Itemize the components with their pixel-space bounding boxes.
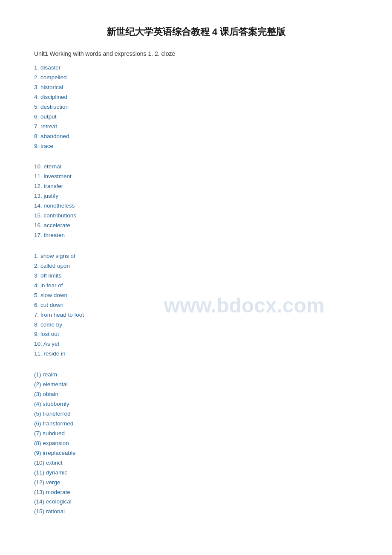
list-item: (8) expansion — [34, 439, 358, 448]
list-item: (11) dynamic — [34, 468, 358, 478]
list-item: 10. As yet — [34, 339, 358, 349]
list-item: (14) ecological — [34, 497, 358, 507]
list-item: (12) verge — [34, 478, 358, 488]
list-item: 15. contributions — [34, 211, 358, 221]
list-item: (9) irreplaceable — [34, 448, 358, 458]
list-item: (5) transferred — [34, 409, 358, 419]
list-item: (15) rational — [34, 507, 358, 517]
subtitle: Unit1 Working with words and expressions… — [34, 50, 358, 57]
list-item: (13) moderate — [34, 488, 358, 497]
section3: 1. show signs of2. called upon3. off lim… — [34, 251, 358, 359]
list-item: 1. show signs of — [34, 251, 358, 261]
list-item: 12. transfer — [34, 182, 358, 191]
list-item: 9. lost out — [34, 330, 358, 339]
list-item: (6) transformed — [34, 419, 358, 429]
list-item: 3. historical — [34, 83, 358, 92]
section4: (1) realm(2) elemental(3) obtain(4) stub… — [34, 370, 358, 517]
list-item: (7) subdued — [34, 429, 358, 439]
list-item: 14. nonetheless — [34, 201, 358, 211]
list-item: 1. disaster — [34, 63, 358, 73]
list-item: 10. eternal — [34, 162, 358, 172]
list-item: 7. from head to foot — [34, 310, 358, 320]
list-item: 5. destruction — [34, 102, 358, 112]
list-item: 8. abandoned — [34, 132, 358, 142]
list-item: 6. output — [34, 112, 358, 122]
list-item: 2. called upon — [34, 261, 358, 271]
list-item: 2. compelled — [34, 73, 358, 83]
list-item: 16. accelerate — [34, 221, 358, 231]
list-item: 13. justify — [34, 191, 358, 201]
section1: 1. disaster2. compelled3. historical4. d… — [34, 63, 358, 151]
list-item: 11. investment — [34, 172, 358, 182]
list-item: 3. off limits — [34, 271, 358, 281]
section2: 10. eternal11. investment12. transfer13.… — [34, 162, 358, 240]
list-item: 4. disciplined — [34, 92, 358, 102]
list-item: 5. slow down — [34, 291, 358, 301]
list-item: 9. trace — [34, 142, 358, 151]
list-item: (1) realm — [34, 370, 358, 380]
list-item: 17. threaten — [34, 231, 358, 240]
list-item: 7. retreat — [34, 122, 358, 132]
list-item: (2) elemental — [34, 380, 358, 390]
list-item: (4) stubbornly — [34, 399, 358, 409]
list-item: (10) extinct — [34, 458, 358, 468]
list-item: 11. reside in — [34, 349, 358, 359]
page-title: 新世纪大学英语综合教程 4 课后答案完整版 — [34, 26, 358, 38]
list-item: (3) obtain — [34, 390, 358, 399]
list-item: 8. come by — [34, 320, 358, 330]
list-item: 6. cut down — [34, 301, 358, 310]
list-item: 4. in fear of — [34, 281, 358, 291]
